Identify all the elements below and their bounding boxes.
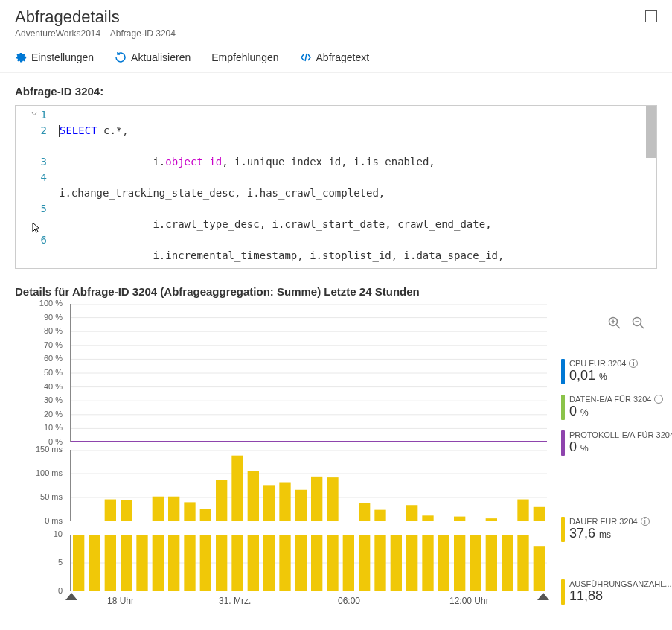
line-gutter: 1 2 3 4 5 6 (16, 106, 53, 264)
refresh-button[interactable]: Aktualisieren (115, 51, 191, 63)
fold-icon[interactable] (31, 110, 38, 118)
query-section: Abfrage-ID 3204: 1 2 3 4 5 6 SELECT c.*,… (0, 73, 672, 276)
svg-rect-70 (422, 535, 433, 591)
svg-rect-32 (263, 485, 275, 521)
duration-chart[interactable]: 150 ms100 ms50 ms0 ms (15, 450, 551, 524)
svg-rect-42 (486, 518, 497, 521)
svg-rect-67 (374, 535, 385, 591)
legend-label: DAUER FÜR 3204 (569, 517, 638, 526)
legend-cpu[interactable]: CPU FÜR 3204i 0,01 % (561, 359, 672, 384)
xaxis: 18 Uhr 31. Mrz. 06:00 12:00 Uhr (70, 594, 551, 611)
svg-rect-59 (248, 535, 259, 591)
querytext-button[interactable]: Abfragetext (300, 51, 370, 63)
toolbar: Einstellungen Aktualisieren Empfehlungen… (0, 45, 672, 73)
xtick: 06:00 (338, 596, 360, 606)
legend-label: CPU FÜR 3204 (569, 359, 626, 368)
svg-rect-29 (216, 480, 227, 521)
code-body: SELECT c.*, i.object_id, i.unique_index_… (54, 106, 656, 269)
legend-label: PROTOKOLL-E/A FÜR 3204 (569, 430, 672, 439)
svg-rect-40 (422, 515, 433, 521)
svg-rect-41 (454, 517, 465, 521)
page-title: Abfragedetails (15, 7, 657, 27)
legend-swatch (561, 430, 565, 456)
svg-rect-44 (534, 507, 545, 521)
recommendations-label: Empfehlungen (211, 51, 278, 63)
svg-rect-34 (295, 490, 307, 521)
svg-rect-49 (89, 535, 100, 591)
svg-rect-68 (391, 535, 402, 591)
svg-rect-71 (438, 535, 449, 591)
svg-rect-77 (534, 546, 545, 591)
refresh-icon (115, 51, 127, 63)
xtick: 12:00 Uhr (449, 596, 489, 606)
svg-rect-36 (327, 477, 338, 521)
svg-rect-38 (374, 510, 385, 521)
legend-swatch (561, 395, 565, 420)
chart-section: Details für Abfrage-ID 3204 (Abfrageaggr… (0, 285, 672, 623)
svg-rect-58 (231, 535, 243, 591)
code-icon (300, 51, 312, 63)
recommendations-button[interactable]: Empfehlungen (211, 51, 278, 63)
zoom-in-icon[interactable] (608, 316, 621, 330)
range-handle-right[interactable] (537, 593, 549, 600)
legend-log-io[interactable]: PROTOKOLL-E/A FÜR 3204i 0 % (561, 430, 672, 456)
svg-rect-23 (105, 500, 116, 521)
svg-rect-48 (73, 535, 84, 591)
percent-chart[interactable]: 100 %90 %80 %70 %60 %50 %40 %30 %20 %10 … (15, 304, 551, 445)
querytext-label: Abfragetext (316, 51, 370, 63)
scrollbar[interactable] (646, 106, 656, 158)
plots: 100 %90 %80 %70 %60 %50 %40 %30 %20 %10 … (15, 304, 551, 615)
svg-rect-25 (153, 497, 164, 521)
legend-label: DATEN-E/A FÜR 3204 (569, 395, 651, 404)
page-subtitle: AdventureWorks2014 – Abfrage-ID 3204 (15, 28, 657, 39)
svg-rect-69 (406, 535, 417, 591)
svg-rect-74 (486, 535, 497, 591)
svg-rect-37 (359, 503, 370, 521)
svg-rect-28 (200, 509, 211, 521)
svg-rect-43 (517, 500, 528, 521)
duration-plot (71, 450, 547, 521)
exec-plot (71, 535, 547, 591)
svg-rect-39 (406, 505, 417, 521)
legend-unit: % (580, 407, 589, 418)
svg-rect-33 (279, 483, 290, 521)
svg-rect-54 (168, 535, 179, 591)
svg-rect-61 (279, 535, 290, 591)
chart-tools (608, 316, 645, 330)
svg-rect-31 (248, 471, 259, 521)
xtick: 31. Mrz. (219, 596, 251, 606)
svg-rect-27 (184, 502, 195, 521)
info-icon[interactable]: i (641, 517, 650, 526)
legend-unit: ms (599, 529, 611, 540)
svg-rect-64 (327, 535, 338, 591)
zoom-out-icon[interactable] (632, 316, 645, 330)
legend-value: 0 (569, 439, 577, 454)
svg-rect-66 (359, 535, 370, 591)
legend-exec[interactable]: AUSFÜHRUNGSANZAHL...i 11,88 (561, 579, 672, 605)
code-editor[interactable]: 1 2 3 4 5 6 SELECT c.*, i.object_id, i.u… (15, 105, 657, 269)
info-icon[interactable]: i (654, 395, 663, 404)
percent-plot (71, 304, 551, 442)
range-handle-left[interactable] (65, 593, 77, 600)
svg-rect-35 (311, 477, 322, 521)
info-icon[interactable]: i (629, 359, 638, 368)
exec-chart[interactable]: 1050 (15, 535, 551, 594)
svg-rect-52 (136, 535, 147, 591)
legend-value: 0,01 (569, 368, 595, 383)
legend-unit: % (580, 443, 589, 454)
refresh-label: Aktualisieren (131, 51, 191, 63)
maximize-icon[interactable] (645, 10, 657, 22)
legend-unit: % (599, 372, 607, 382)
legend-value: 0 (569, 404, 577, 419)
legend-swatch (561, 517, 565, 542)
settings-button[interactable]: Einstellungen (15, 51, 94, 63)
svg-rect-53 (153, 535, 164, 591)
svg-rect-63 (311, 535, 322, 591)
legend-data-io[interactable]: DATEN-E/A FÜR 3204i 0 % (561, 395, 672, 420)
svg-rect-65 (343, 535, 354, 591)
svg-rect-26 (168, 497, 179, 521)
legend-swatch (561, 359, 565, 384)
svg-rect-50 (105, 535, 116, 591)
svg-rect-76 (517, 535, 528, 591)
legend-duration[interactable]: DAUER FÜR 3204i 37,6 ms (561, 517, 672, 542)
